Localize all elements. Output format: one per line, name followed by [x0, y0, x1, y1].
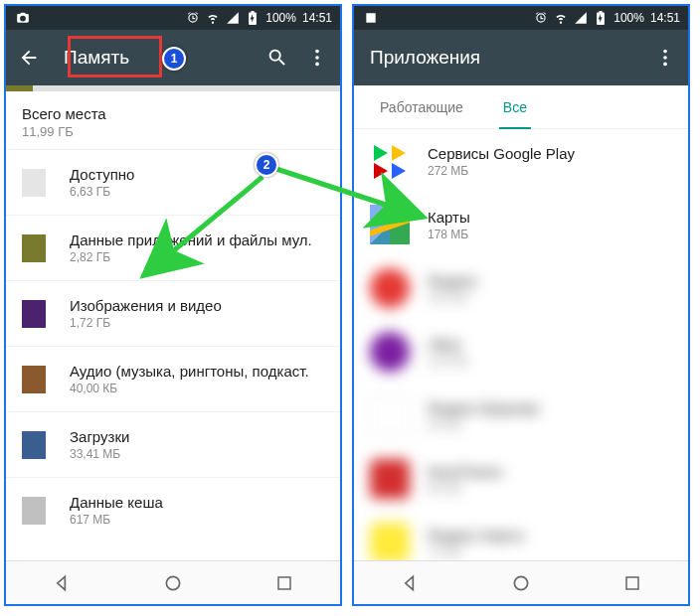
wifi-icon: [206, 11, 220, 25]
app-row-gplay[interactable]: Сервисы Google Play272 МБ: [354, 129, 688, 193]
back-button[interactable]: [18, 47, 40, 69]
total-label: Всего места: [22, 105, 324, 122]
battery-percent: 100%: [265, 11, 296, 25]
row-size: 6,63 ГБ: [70, 185, 134, 199]
wifi-icon: [554, 11, 568, 25]
svg-point-10: [395, 214, 401, 220]
overflow-button[interactable]: [654, 47, 676, 69]
app-label: Сервисы Google Play: [428, 145, 575, 162]
overflow-button[interactable]: [306, 47, 328, 69]
total-storage: Всего места 11,99 ГБ: [6, 91, 340, 149]
storage-row-apps[interactable]: Данные приложений и файлы мул.2,82 ГБ: [6, 215, 340, 280]
nav-bar: [6, 560, 340, 604]
nav-home[interactable]: [162, 572, 184, 594]
app-size: 178 МБ: [428, 228, 470, 241]
app-row-blurred: Яндекс Браузер95 МБ: [354, 384, 688, 447]
row-size: 33,41 МБ: [70, 447, 129, 461]
tab-all[interactable]: Все: [483, 85, 547, 129]
svg-point-0: [315, 50, 319, 54]
nav-back[interactable]: [51, 572, 73, 594]
gmaps-icon: [370, 205, 410, 244]
row-label: Загрузки: [70, 428, 129, 445]
storage-row-audio[interactable]: Аудио (музыка, рингтоны, подкаст.40,00 К…: [6, 346, 340, 411]
row-label: Доступно: [70, 166, 134, 183]
camera-icon: [16, 11, 30, 25]
color-chip: [22, 234, 46, 262]
signal-icon: [226, 11, 240, 25]
svg-point-6: [663, 56, 667, 60]
annotation-badge-2: 2: [255, 153, 278, 177]
color-chip: [22, 497, 46, 525]
storage-row-downloads[interactable]: Загрузки33,41 МБ: [6, 411, 340, 477]
page-title: Приложения: [370, 47, 480, 69]
nav-bar: [354, 560, 688, 604]
row-label: Данные приложений и файлы мул.: [70, 231, 312, 248]
clock-time: 14:51: [302, 11, 332, 25]
nav-home[interactable]: [510, 572, 532, 594]
svg-point-5: [663, 50, 667, 54]
signal-icon: [574, 11, 588, 25]
row-size: 40,00 КБ: [70, 382, 309, 395]
app-row-blurred: Viber120 МБ: [354, 320, 688, 384]
row-label: Изображения и видео: [70, 297, 222, 314]
nav-back[interactable]: [399, 572, 421, 594]
svg-rect-4: [278, 577, 290, 589]
svg-point-7: [663, 63, 667, 67]
app-bar: Приложения: [354, 30, 688, 85]
annotation-badge-1: 1: [162, 47, 186, 71]
row-size: 617 МБ: [70, 513, 163, 527]
app-label: Карты: [428, 209, 470, 226]
status-bar: 100% 14:51: [354, 6, 688, 30]
clock-time: 14:51: [650, 11, 680, 25]
status-icons-left: [16, 11, 30, 25]
page-title: Память: [64, 47, 129, 69]
svg-point-2: [315, 63, 319, 67]
color-chip: [22, 300, 46, 328]
search-button[interactable]: [266, 47, 288, 69]
color-chip: [22, 169, 46, 197]
battery-percent: 100%: [613, 11, 644, 25]
app-size: 272 МБ: [428, 164, 575, 178]
app-row-blurred: КиноПоиск80 МБ: [354, 447, 688, 511]
picture-icon: [364, 11, 378, 25]
app-row-blurred: Яндекс150 МБ: [354, 256, 688, 320]
tab-bar: Работающие Все: [354, 85, 688, 129]
phone-right: 100% 14:51 Приложения Работающие Все Сер…: [352, 4, 690, 606]
row-size: 2,82 ГБ: [70, 250, 312, 264]
storage-usage-bar: [6, 85, 340, 91]
battery-icon: [594, 11, 608, 25]
row-size: 1,72 ГБ: [70, 316, 222, 330]
tab-running[interactable]: Работающие: [360, 85, 483, 129]
svg-point-3: [166, 576, 179, 589]
status-icons-left: [364, 11, 378, 25]
svg-point-1: [315, 56, 319, 60]
phone-left: 100% 14:51 Память Всего места 11,99 ГБ Д…: [4, 4, 342, 606]
storage-content: Всего места 11,99 ГБ Доступно6,63 ГБ Дан…: [6, 91, 340, 542]
gplay-icon: [370, 141, 410, 181]
storage-row-available[interactable]: Доступно6,63 ГБ: [6, 149, 340, 215]
row-label: Данные кеша: [70, 494, 163, 511]
app-list: Сервисы Google Play272 МБ Карты178 МБ Ян…: [354, 129, 688, 606]
storage-row-cache[interactable]: Данные кеша617 МБ: [6, 477, 340, 542]
svg-rect-12: [626, 577, 638, 589]
row-label: Аудио (музыка, рингтоны, подкаст.: [70, 363, 309, 380]
svg-point-11: [514, 576, 527, 589]
color-chip: [22, 431, 46, 459]
app-row-maps[interactable]: Карты178 МБ: [354, 193, 688, 256]
status-bar: 100% 14:51: [6, 6, 340, 30]
nav-recent[interactable]: [273, 572, 295, 594]
nav-recent[interactable]: [621, 572, 643, 594]
storage-row-images[interactable]: Изображения и видео1,72 ГБ: [6, 280, 340, 346]
total-value: 11,99 ГБ: [22, 124, 324, 139]
battery-icon: [246, 11, 260, 25]
alarm-icon: [534, 11, 548, 25]
alarm-icon: [186, 11, 200, 25]
color-chip: [22, 366, 46, 393]
